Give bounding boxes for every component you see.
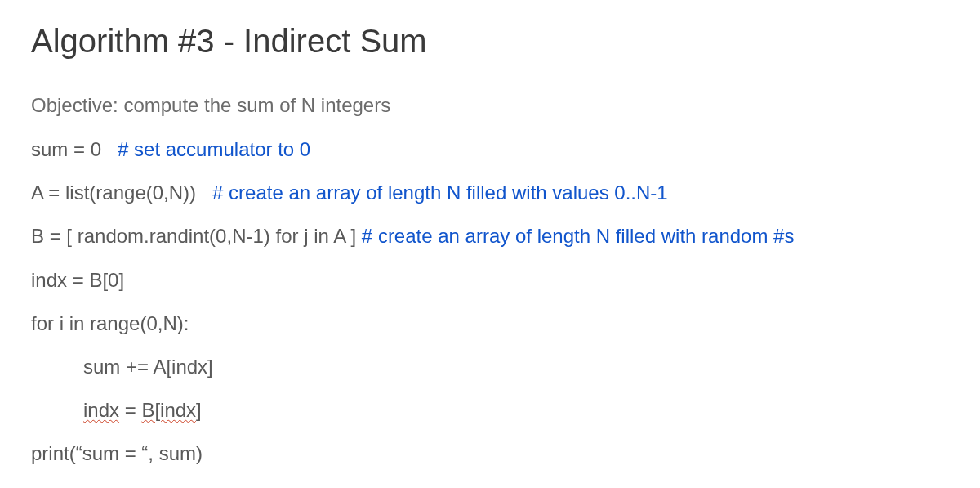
code-line-5: for i in range(0,N): [31,311,949,336]
code-text: for i in range(0,N): [31,312,189,334]
code-line-3: B = [ random.randint(0,N-1) for j in A ]… [31,223,949,248]
objective-text: Objective: compute the sum of N integers [31,94,949,117]
code-line-8: print(“sum = “, sum) [31,441,949,466]
code-text: sum += A[indx] [83,356,213,378]
gap [101,138,118,160]
spellcheck-underline: B[indx [141,399,196,421]
code-line-7: indx = B[indx] [31,397,949,423]
code-comment: # set accumulator to 0 [118,138,310,160]
code-line-1: sum = 0 # set accumulator to 0 [31,137,949,162]
spellcheck-underline: indx [83,399,119,421]
code-comment: # create an array of length N filled wit… [362,225,795,247]
code-line-6: sum += A[indx] [31,354,949,379]
code-text: print(“sum = “, sum) [31,442,203,464]
gap [196,181,212,204]
code-text: = [119,399,141,421]
code-text: A = list(range(0,N)) [31,181,196,204]
code-text: sum = 0 [31,138,101,160]
code-line-2: A = list(range(0,N)) # create an array o… [31,180,949,205]
code-text: ] [196,399,202,421]
slide-title: Algorithm #3 - Indirect Sum [31,23,949,60]
code-text: B = [ random.randint(0,N-1) for j in A ] [31,225,362,247]
code-comment: # create an array of length N filled wit… [212,181,668,204]
code-text: indx = B[0] [31,269,124,291]
code-line-4: indx = B[0] [31,267,949,293]
